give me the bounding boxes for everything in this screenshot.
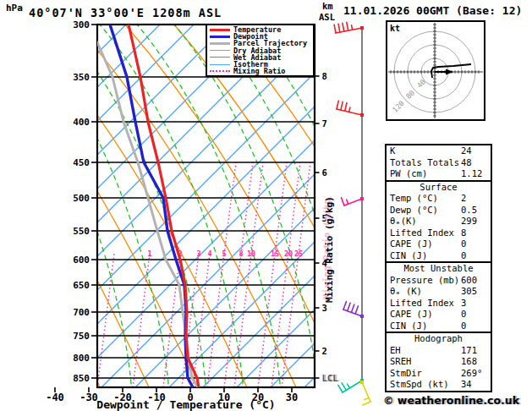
panel-row: Pressure (mb)600 [387,275,491,287]
wind-barb-pivot [360,315,364,318]
indices-panel: K24Totals Totals48PW (cm)1.12SurfaceTemp… [385,144,492,392]
station-title: 40°07'N 33°00'E 1208m ASL [29,6,222,19]
panel-row-label: Temp (°C) [390,193,461,205]
isotherm-line [0,25,58,387]
panel-row-label: PW (cm) [390,168,461,180]
mixing-ratio-line [63,254,80,387]
pressure-tick-label: 750 [73,331,90,342]
panel-row: CAPE (J)0 [387,238,491,250]
panel-row-label: SREH [390,356,461,368]
hodograph: 4080120 [387,21,485,120]
panel-row-value: 34 [461,379,488,391]
panel-section-title: Most Unstable [387,263,491,275]
mixing-ratio-line [234,254,251,387]
panel-row: EH171 [387,345,491,357]
wind-barb-pivot [360,197,364,200]
legend-line-sample [210,64,230,65]
altitude-axis-unit-km: km [322,1,333,11]
panel-row-value: 3 [461,298,488,310]
pressure-tick-label: 650 [73,280,90,291]
panel-section: K24Totals Totals48PW (cm)1.12 [387,145,491,180]
panel-row: θₑ(K)299 [387,216,491,227]
panel-row-value: 269° [461,368,488,380]
wind-barb [341,197,364,206]
panel-row-label: CAPE (J) [390,309,461,321]
panel-row: Dewp (°C)0.5 [387,205,491,216]
sounding-screenshot: 1234581015202530035040045050055060065070… [0,0,532,411]
wind-barb [338,379,364,392]
panel-row-value: 171 [461,345,488,357]
panel-row-label: StmSpd (kt) [390,379,461,391]
mixing-ratio-label: 5 [222,249,226,258]
wind-barb-feather [338,385,343,392]
panel-section: HodographEH171SREH168StmDir269°StmSpd (k… [387,332,491,391]
wet-adiabat-line [249,25,392,392]
panel-row-value: 0 [461,321,488,332]
wind-barb-feather [348,303,350,310]
x-axis-label: Dewpoint / Temperature (°C) [51,398,321,411]
panel-row-value: 48 [461,157,488,169]
wind-barb-half-feather [352,25,353,30]
panel-row-value: 8 [461,227,488,239]
wind-barb-feather [337,101,338,109]
panel-row: StmSpd (kt)34 [387,379,491,391]
km-tick-label: 2 [322,346,327,356]
mixing-ratio-line [97,254,114,387]
wind-barb-feather [345,103,347,112]
panel-row-label: CIN (J) [390,321,461,332]
panel-row: PW (cm)1.12 [387,168,491,180]
panel-row-value: 600 [461,275,488,287]
pressure-tick-label: 450 [73,157,90,168]
mixing-ratio-label: 1 [147,249,151,258]
pressure-tick-label: 300 [73,19,90,30]
km-tick-label: 7 [322,118,327,129]
wind-barb-pivot [360,26,364,30]
mixing-ratio-label: 3 [196,249,200,258]
panel-row: Totals Totals48 [387,157,491,169]
pressure-tick-label: 350 [73,72,90,83]
panel-row-value: 1.12 [461,168,488,180]
legend-item-label: Mixing Ratio [233,68,285,74]
pressure-tick-label: 400 [73,117,90,128]
pressure-tick-label: 850 [73,373,90,384]
plot-frame [97,25,315,387]
legend-line-sample [210,36,230,38]
wind-barb-feather [355,306,358,314]
panel-row-label: StmDir [390,368,461,380]
mixing-ratio-label: 10 [247,249,255,258]
panel-row-value: 168 [461,356,488,368]
legend-line-sample [210,29,230,31]
legend-line-sample [210,70,230,72]
wind-barb-feather [343,23,344,31]
mixing-ratio-line [133,254,150,387]
panel-row: Lifted Index3 [387,298,491,310]
panel-row: Temp (°C)2 [387,193,491,205]
pressure-axis: 300350400450500550600650700750800850 [73,19,97,384]
panel-row-value: 0 [461,309,488,321]
pressure-axis-unit: hPa [6,3,23,14]
panel-row-value: 0 [461,250,488,262]
plot-legend: Temperature Dewpoint Parcel Trajectory D… [206,24,315,77]
isotherm-line [0,25,363,387]
panel-row: CIN (J)0 [387,250,491,262]
wind-barb-feather [343,302,346,310]
wind-barb-half-feather [348,384,350,388]
panel-row: K24 [387,145,491,157]
panel-row-value: 0.5 [461,205,488,216]
wind-barb-pivot [360,113,364,117]
mixing-ratio-label: 15 [271,249,279,258]
credit-watermark: © weatheronline.co.uk [383,394,519,407]
legend-line-sample [210,57,230,58]
wind-barb [337,101,364,117]
wind-barb [334,22,364,33]
panel-section: SurfaceTemp (°C)2Dewp (°C)0.5θₑ(K)299Lif… [387,180,491,262]
panel-row: SREH168 [387,356,491,368]
mixing-ratio-line [193,254,210,387]
panel-row-label: EH [390,345,461,357]
isotherm-line [0,25,261,387]
mixing-ratio-line [258,254,275,387]
wind-barb-feather [334,25,336,33]
panel-row-label: CIN (J) [390,250,461,262]
panel-row-value: 2 [461,193,488,205]
isotherm-line [0,25,126,387]
